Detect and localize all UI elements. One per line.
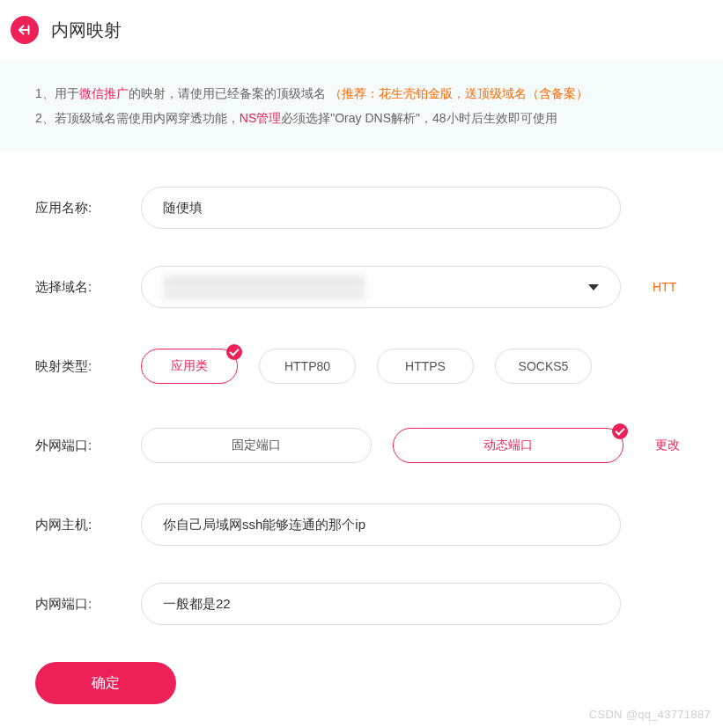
page-header: 内网映射: [0, 0, 723, 60]
domain-value-blurred: [163, 275, 365, 299]
row-int-port: 内网端口:: [0, 583, 723, 625]
highlight-ns: NS管理: [240, 111, 281, 125]
check-icon: [226, 344, 242, 360]
map-type-http80[interactable]: HTTP80: [259, 349, 356, 384]
row-ext-port: 外网端口: 固定端口 动态端口 更改: [0, 424, 723, 467]
row-map-type: 映射类型: 应用类 HTTP80 HTTPS SOCKS5: [0, 345, 723, 387]
map-type-https[interactable]: HTTPS: [377, 349, 474, 384]
row-app-name: 应用名称:: [0, 187, 723, 229]
row-domain: 选择域名: HTT: [0, 266, 723, 308]
map-type-app[interactable]: 应用类: [141, 349, 238, 384]
label-ext-port: 外网端口:: [35, 438, 141, 454]
ext-port-options: 固定端口 动态端口: [141, 428, 623, 463]
label-int-port: 内网端口:: [35, 596, 141, 613]
notice-line-1: 1、用于微信推广的映射，请使用已经备案的顶级域名 （推荐：花生壳铂金版，送顶级域…: [35, 81, 688, 106]
app-name-input[interactable]: [141, 187, 621, 229]
submit-row: 确定: [0, 662, 723, 704]
domain-side-text: HTT: [653, 280, 676, 294]
domain-select[interactable]: [141, 266, 621, 308]
row-int-host: 内网主机:: [0, 504, 723, 546]
mapping-form: 应用名称: 选择域名: HTT 映射类型: 应用类 HTTP80: [0, 151, 723, 728]
label-int-host: 内网主机:: [35, 517, 141, 533]
ext-port-change-link[interactable]: 更改: [655, 438, 680, 453]
label-app-name: 应用名称:: [35, 200, 141, 217]
chevron-down-icon: [588, 284, 599, 290]
watermark: CSDN @qq_43771887: [589, 708, 711, 721]
int-host-input[interactable]: [141, 504, 621, 546]
ext-port-fixed[interactable]: 固定端口: [141, 428, 372, 463]
label-domain: 选择域名:: [35, 279, 141, 296]
back-button[interactable]: [11, 16, 39, 44]
check-icon: [612, 423, 628, 439]
highlight-recommend: （推荐：花生壳铂金版，送顶级域名（含备案）: [329, 86, 588, 100]
label-map-type: 映射类型:: [35, 358, 141, 375]
notice-line-2: 2、若顶级域名需使用内网穿透功能，NS管理必须选择"Oray DNS解析"，48…: [35, 106, 688, 130]
back-arrow-icon: [17, 22, 33, 38]
highlight-wechat: 微信推广: [79, 86, 129, 100]
notice-box: 1、用于微信推广的映射，请使用已经备案的顶级域名 （推荐：花生壳铂金版，送顶级域…: [0, 60, 723, 151]
submit-button[interactable]: 确定: [35, 662, 176, 704]
map-type-options: 应用类 HTTP80 HTTPS SOCKS5: [141, 349, 592, 384]
page-title: 内网映射: [51, 18, 122, 42]
int-port-input[interactable]: [141, 583, 621, 625]
ext-port-dynamic[interactable]: 动态端口: [393, 428, 623, 463]
map-type-socks5[interactable]: SOCKS5: [495, 349, 592, 384]
